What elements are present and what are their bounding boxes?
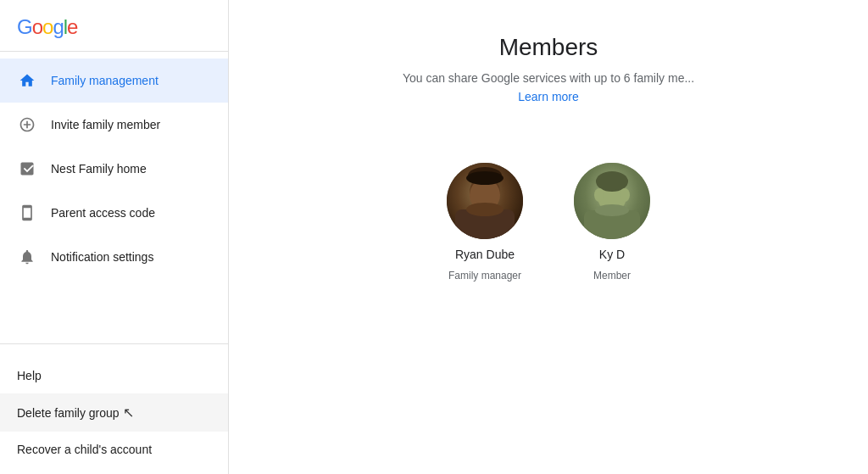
sidebar-item-family-management[interactable]: Family management [0,59,228,103]
sidebar-item-nest-family-home[interactable]: Nest Family home [0,147,228,191]
home-icon [17,70,37,91]
sidebar-item-parent-access-code[interactable]: Parent access code [0,191,228,235]
avatar-ky-d [574,163,650,239]
sidebar-item-label: Nest Family home [51,162,147,176]
help-label: Help [17,369,42,382]
members-subtitle: You can share Google services with up to… [403,71,694,85]
cursor-icon: ↖ [123,404,134,421]
member-card-ryan-dube: Ryan Dube Family manager [447,163,523,282]
sidebar-item-label: Parent access code [51,206,155,220]
sidebar-item-label: Family management [51,74,159,87]
learn-more-link[interactable]: Learn more [518,90,579,103]
logo-letter-o2: o [42,15,53,39]
delete-family-group-item[interactable]: Delete family group ↖ [0,393,228,432]
recover-childs-account-label: Recover a child's account [17,443,152,456]
svg-point-11 [594,188,604,202]
main-nav: Family management Invite family member N… [0,52,228,337]
google-logo: Google [17,15,211,39]
member-name-ky-d: Ky D [599,248,625,261]
nest-icon [17,159,37,179]
logo-area: Google [0,0,228,52]
member-role-ky-d: Member [593,270,631,282]
nav-divider [0,343,228,344]
svg-point-12 [620,188,630,202]
logo-letter-e: e [67,15,77,39]
member-card-ky-d: Ky D Member [574,163,650,282]
recover-childs-account-item[interactable]: Recover a child's account [0,432,228,467]
avatar-ryan-dube [447,163,523,239]
bottom-nav: Help Delete family group ↖ Recover a chi… [0,351,228,474]
members-title: Members [499,34,598,61]
svg-point-9 [595,204,629,216]
member-name-ryan-dube: Ryan Dube [455,248,515,261]
member-role-ryan-dube: Family manager [448,270,521,282]
logo-letter-o1: o [32,15,42,39]
sidebar-item-label: Notification settings [51,250,153,264]
bell-icon [17,247,37,267]
sidebar: Google Family management Invite family m… [0,0,229,474]
svg-point-3 [466,203,504,216]
sidebar-item-label: Invite family member [51,118,160,131]
svg-point-5 [466,171,504,185]
add-circle-icon [17,114,37,135]
logo-letter-g: G [17,15,32,39]
main-content: Members You can share Google services wi… [229,0,868,474]
help-item[interactable]: Help [0,358,228,393]
logo-letter-g2: g [53,15,63,39]
delete-family-group-label: Delete family group [17,406,120,420]
members-grid: Ryan Dube Family manager Ky D Member [447,163,650,282]
sidebar-item-invite-family-member[interactable]: Invite family member [0,103,228,147]
sidebar-item-notification-settings[interactable]: Notification settings [0,235,228,279]
phone-icon [17,203,37,223]
